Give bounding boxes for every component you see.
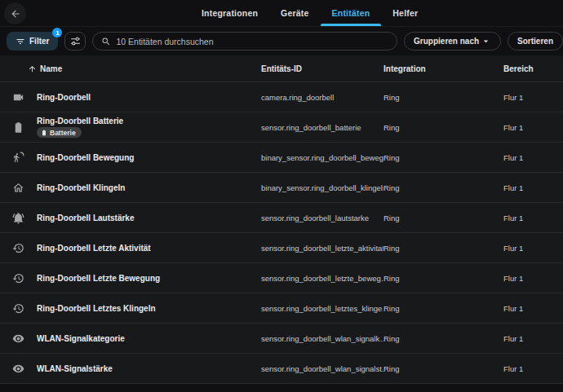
entity-area: Flur 1 <box>503 304 563 313</box>
battery-chip-label: Batterie <box>50 129 76 137</box>
entity-row[interactable]: Ring-Doorbell Batterie Batterie sensor.r… <box>0 112 563 143</box>
search-icon <box>101 37 111 46</box>
group-by-button[interactable]: Gruppieren nach <box>404 32 501 51</box>
entity-row[interactable]: Ring-Doorbell camera.ring_doorbell Ring … <box>0 82 563 112</box>
entity-name: Ring-Doorbell Letzte Aktivität <box>37 244 261 253</box>
group-by-label: Gruppieren nach <box>414 37 479 46</box>
entity-integration: Ring <box>383 244 503 253</box>
filter-badge: 1 <box>52 28 62 37</box>
entity-area: Flur 1 <box>503 244 563 253</box>
battery-icon <box>41 130 47 136</box>
entity-name: Ring-Doorbell Klingeln <box>37 183 261 192</box>
bell-ring-icon <box>0 212 37 224</box>
entity-id: binary_sensor.ring_doorbell_beweg… <box>261 153 383 162</box>
eye-icon <box>0 363 37 375</box>
video-icon <box>0 91 37 104</box>
sort-arrow-up-icon <box>28 64 37 73</box>
filter-label: Filter <box>29 37 49 46</box>
chevron-down-icon <box>481 36 491 46</box>
motion-sensor-icon <box>0 152 37 164</box>
tune-sliders-icon <box>70 36 81 46</box>
entity-name: Ring-Doorbell Letzte Bewegung <box>37 274 261 283</box>
entity-table-body: Ring-Doorbell camera.ring_doorbell Ring … <box>0 82 563 384</box>
entity-row[interactable]: Ring-Doorbell Bewegung binary_sensor.rin… <box>0 143 563 173</box>
entity-integration: Ring <box>383 214 503 222</box>
entity-row[interactable]: Ring-Doorbell Klingeln binary_sensor.rin… <box>0 173 563 203</box>
column-header-entity-id[interactable]: Entitäts-ID <box>261 64 383 73</box>
entity-name: WLAN-Signalkategorie <box>37 334 261 343</box>
entity-integration: Ring <box>383 183 503 192</box>
entity-integration: Ring <box>383 364 503 373</box>
entity-id: sensor.ring_doorbell_wlan_signalst… <box>261 364 383 373</box>
battery-chip: Batterie <box>37 127 82 138</box>
entity-row[interactable]: Ring-Doorbell Letzte Aktivität sensor.ri… <box>0 233 563 263</box>
column-header-name[interactable]: Name <box>0 64 261 73</box>
entity-name: Ring-Doorbell <box>37 93 261 102</box>
tabs: IntegrationenGeräteEntitätenHelfer <box>190 0 429 26</box>
entity-area: Flur 1 <box>503 123 563 132</box>
column-header-area[interactable]: Bereich <box>503 64 563 73</box>
entity-name: Ring-Doorbell Letztes Klingeln <box>37 304 261 313</box>
home-icon <box>0 182 37 194</box>
sort-by-label: Sortieren <box>517 37 553 46</box>
entity-row[interactable]: WLAN-Signalkategorie sensor.ring_doorbel… <box>0 324 563 354</box>
entity-row[interactable]: Ring-Doorbell Letzte Bewegung sensor.rin… <box>0 263 563 293</box>
entity-id: binary_sensor.ring_doorbell_klingeln <box>261 183 383 192</box>
back-button[interactable] <box>4 2 26 24</box>
entity-name: Ring-Doorbell Batterie <box>37 117 261 126</box>
entity-row[interactable]: WLAN-Signalstärke sensor.ring_doorbell_w… <box>0 354 563 384</box>
entity-area: Flur 1 <box>503 93 563 102</box>
search-input[interactable] <box>116 37 388 46</box>
history-icon <box>0 272 37 284</box>
history-icon <box>0 242 37 254</box>
entity-id: sensor.ring_doorbell_lautstarke <box>261 214 383 222</box>
entity-table: Name Entitäts-ID Integration Bereich Rin… <box>0 55 563 384</box>
search-box <box>92 32 397 51</box>
tab-entitäten[interactable]: Entitäten <box>321 0 382 26</box>
entity-integration: Ring <box>383 93 503 102</box>
entity-area: Flur 1 <box>503 274 563 283</box>
entity-name: WLAN-Signalstärke <box>37 364 261 373</box>
entity-id: camera.ring_doorbell <box>261 93 383 102</box>
entity-name: Ring-Doorbell Lautstärke <box>37 214 261 222</box>
entity-area: Flur 1 <box>503 183 563 192</box>
toolbar: Filter 1 Gruppieren nach Sortieren <box>0 27 563 55</box>
sort-by-button[interactable]: Sortieren <box>508 32 563 51</box>
filter-button[interactable]: Filter 1 <box>7 32 58 51</box>
table-header-row: Name Entitäts-ID Integration Bereich <box>0 55 563 82</box>
entity-id: sensor.ring_doorbell_wlan_signalk… <box>261 334 383 343</box>
tab-helfer[interactable]: Helfer <box>381 0 429 26</box>
entity-integration: Ring <box>383 304 503 313</box>
entity-row[interactable]: Ring-Doorbell Letztes Klingeln sensor.ri… <box>0 293 563 324</box>
eye-icon <box>0 333 37 345</box>
entity-area: Flur 1 <box>503 153 563 162</box>
entity-id: sensor.ring_doorbell_letzte_beweg… <box>261 274 383 283</box>
entity-row[interactable]: Ring-Doorbell Lautstärke sensor.ring_doo… <box>0 203 563 233</box>
column-header-integration[interactable]: Integration <box>383 64 503 73</box>
entity-area: Flur 1 <box>503 364 563 373</box>
entity-id: sensor.ring_doorbell_batterie <box>261 123 383 132</box>
entity-integration: Ring <box>383 334 503 343</box>
entity-area: Flur 1 <box>503 334 563 343</box>
entity-integration: Ring <box>383 123 503 132</box>
tab-integrationen[interactable]: Integrationen <box>190 0 269 26</box>
arrow-left-icon <box>10 8 21 20</box>
entity-integration: Ring <box>383 153 503 162</box>
entity-integration: Ring <box>383 274 503 283</box>
entity-name: Ring-Doorbell Bewegung <box>37 153 261 162</box>
entity-id: sensor.ring_doorbell_letztes_klinge… <box>261 304 383 313</box>
entity-area: Flur 1 <box>503 214 563 222</box>
top-header: IntegrationenGeräteEntitätenHelfer <box>0 0 563 27</box>
history-icon <box>0 302 37 315</box>
entity-id: sensor.ring_doorbell_letzte_aktivitat <box>261 244 383 253</box>
customize-columns-button[interactable] <box>64 32 86 51</box>
filter-icon <box>16 37 25 46</box>
tab-geräte[interactable]: Geräte <box>269 0 320 26</box>
battery-icon <box>0 121 37 134</box>
